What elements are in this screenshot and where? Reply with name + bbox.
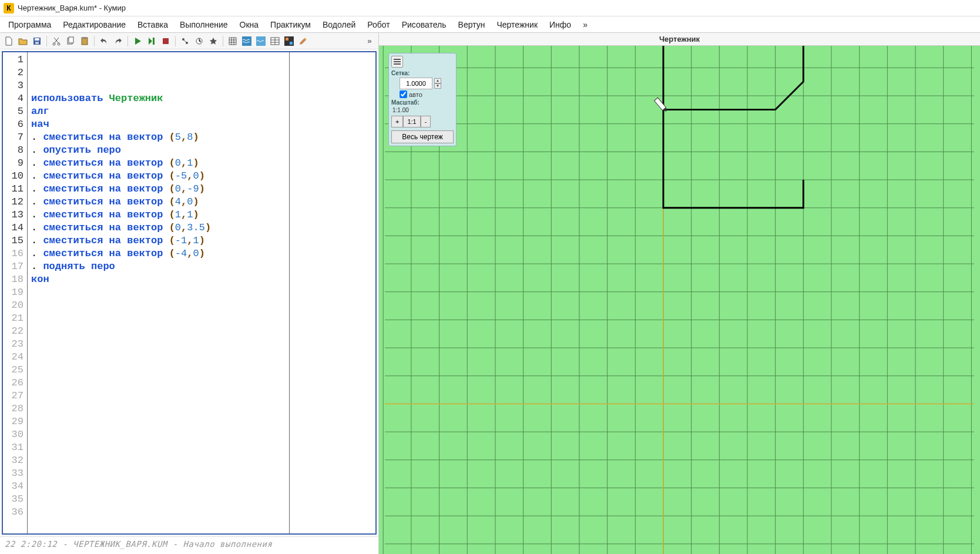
grid-auto-label: авто	[409, 91, 422, 98]
paste[interactable]	[78, 35, 91, 48]
menu-Выполнение[interactable]: Выполнение	[174, 18, 233, 32]
right-pane: Чертежник Сетка: ▲ ▼ авто Масштаб:	[379, 33, 980, 554]
new-file[interactable]	[2, 35, 15, 48]
app-icon: К	[4, 3, 14, 14]
menu-Редактирование[interactable]: Редактирование	[57, 18, 132, 32]
svg-rect-13	[242, 36, 251, 46]
redo[interactable]	[112, 35, 125, 48]
title-bar: К Чертежник_Варя.kum* - Кумир	[0, 0, 980, 16]
save-file[interactable]	[31, 35, 43, 48]
toolbar: »	[0, 33, 378, 49]
svg-rect-6	[69, 37, 73, 43]
code-editor[interactable]: 1234567891011121314151617181920212223242…	[2, 51, 377, 535]
menu-Инфо[interactable]: Инфо	[543, 18, 577, 32]
undo[interactable]	[98, 35, 110, 48]
grid-auto-checkbox[interactable]	[400, 90, 407, 98]
menu-Окна[interactable]: Окна	[234, 18, 265, 32]
step[interactable]	[145, 35, 158, 48]
menu-Вставка[interactable]: Вставка	[132, 18, 174, 32]
svg-rect-14	[256, 36, 266, 46]
menu-Водолей[interactable]: Водолей	[317, 18, 361, 32]
actor-3[interactable]	[207, 35, 220, 48]
menu-Рисователь[interactable]: Рисователь	[396, 18, 452, 32]
menu-Вертун[interactable]: Вертун	[452, 18, 491, 32]
run[interactable]	[131, 35, 144, 48]
copy[interactable]	[64, 35, 77, 48]
zoom-reset-button[interactable]: 1:1	[403, 116, 420, 127]
drawing-canvas[interactable]: Сетка: ▲ ▼ авто Масштаб: 1:1.00 + 1:1	[379, 46, 980, 554]
svg-rect-2	[35, 42, 39, 44]
table-icon[interactable]	[269, 35, 281, 48]
actor-1[interactable]	[179, 35, 192, 48]
grid-spin-up[interactable]: ▲	[434, 78, 441, 83]
panel-menu-icon[interactable]	[391, 56, 403, 68]
window-title: Чертежник_Варя.kum* - Кумир	[18, 4, 126, 12]
actor-2[interactable]	[193, 35, 206, 48]
grid-size-input[interactable]	[400, 78, 432, 89]
code-area[interactable]: использовать Чертежникалгнач. сместиться…	[28, 52, 375, 533]
grid-icon[interactable]	[226, 35, 239, 48]
scale-label: Масштаб:	[391, 99, 454, 106]
left-pane: » 12345678910111213141516171819202122232…	[0, 33, 379, 554]
menu-Практикум[interactable]: Практикум	[264, 18, 317, 32]
menu-Робот[interactable]: Робот	[361, 18, 395, 32]
svg-rect-18	[290, 42, 293, 45]
zoom-out-button[interactable]: -	[421, 116, 431, 127]
canvas-title: Чертежник	[379, 33, 980, 46]
grid-spin-down[interactable]: ▼	[434, 83, 441, 89]
toolbar-overflow[interactable]: »	[363, 35, 376, 48]
stop[interactable]	[159, 35, 172, 48]
line-gutter: 1234567891011121314151617181920212223242…	[3, 52, 28, 533]
waves-icon[interactable]	[240, 35, 253, 48]
svg-rect-1	[35, 38, 39, 41]
menu-Чертежник[interactable]: Чертежник	[491, 18, 543, 32]
fit-drawing-button[interactable]: Весь чертеж	[391, 130, 454, 143]
debug-margin	[289, 52, 290, 533]
status-bar: 22 2:20:12 - ЧЕРТЕЖНИК_ВАРЯ.KUM - Начало…	[0, 536, 378, 554]
waves2-icon[interactable]	[254, 35, 267, 48]
menu-»[interactable]: »	[577, 18, 593, 32]
svg-rect-61	[655, 98, 666, 110]
scale-value: 1:1.00	[391, 107, 454, 113]
paint-icon[interactable]	[297, 35, 310, 48]
zoom-in-button[interactable]: +	[391, 116, 403, 127]
cut[interactable]	[50, 35, 63, 48]
grid-label: Сетка:	[391, 70, 454, 76]
svg-rect-8	[83, 37, 86, 39]
grid-svg	[379, 46, 980, 554]
svg-rect-17	[286, 38, 288, 41]
canvas-control-panel[interactable]: Сетка: ▲ ▼ авто Масштаб: 1:1.00 + 1:1	[388, 53, 457, 146]
menu-bar: ПрограммаРедактированиеВставкаВыполнение…	[0, 16, 980, 33]
svg-rect-9	[163, 38, 169, 44]
pattern-icon[interactable]	[283, 35, 296, 48]
menu-Программа[interactable]: Программа	[2, 18, 57, 32]
open-file[interactable]	[16, 35, 29, 48]
